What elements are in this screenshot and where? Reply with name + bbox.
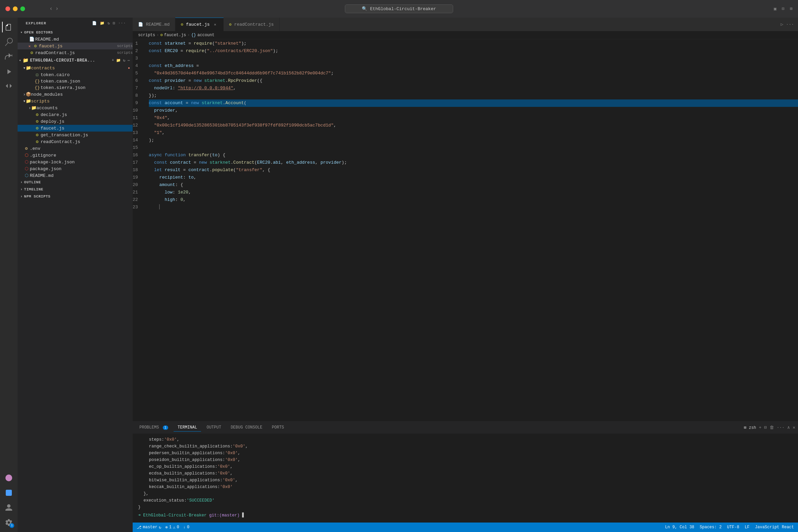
- tab-debug-console[interactable]: DEBUG CONSOLE: [227, 424, 267, 432]
- open-editor-readcontract[interactable]: ⚙ readContract.js scripts: [18, 50, 133, 56]
- readcontract-file[interactable]: ⚙ readContract.js: [18, 138, 133, 145]
- breadcrumb-faucet[interactable]: faucet.js: [164, 33, 186, 38]
- breadcrumb-scripts[interactable]: scripts: [138, 33, 155, 38]
- refresh-icon[interactable]: ↻: [108, 21, 110, 25]
- maximize-button[interactable]: [20, 6, 25, 11]
- line-col-text: Ln 9, Col 38: [665, 525, 694, 530]
- close-faucet-icon[interactable]: ✕: [29, 44, 31, 49]
- status-spaces[interactable]: Spaces: 2: [700, 525, 722, 530]
- breadcrumb-account[interactable]: account: [197, 33, 214, 38]
- back-arrow[interactable]: ‹: [50, 6, 53, 12]
- split-terminal-icon[interactable]: ⊟: [764, 425, 767, 430]
- token-casm-file[interactable]: {} token.casm.json: [18, 78, 133, 84]
- activity-account[interactable]: [2, 501, 16, 514]
- readme-root-file[interactable]: ⬡ README.md: [18, 172, 133, 179]
- tab-readme[interactable]: 📄 README.md: [133, 18, 175, 31]
- more-project-icon[interactable]: ⋯: [128, 58, 130, 62]
- code-line-19: recipient: to,: [149, 174, 798, 181]
- term-key-keccak: keccak_builtin_applications:: [138, 483, 220, 490]
- open-editor-readme[interactable]: 📄 README.md: [18, 36, 133, 43]
- forward-arrow[interactable]: ›: [56, 6, 59, 12]
- activity-ai[interactable]: [2, 471, 16, 484]
- gitignore-file[interactable]: ⬡ .gitignore: [18, 152, 133, 159]
- new-file-project-icon[interactable]: +: [112, 58, 114, 62]
- more-tab-icon[interactable]: ···: [786, 22, 794, 27]
- open-editor-faucet[interactable]: ✕ ⚙ faucet.js scripts: [18, 43, 133, 50]
- node-modules-folder[interactable]: › 📦 node_modules: [18, 91, 133, 98]
- contracts-folder[interactable]: ▾ 📁 contracts ●: [18, 64, 133, 71]
- activity-run[interactable]: [2, 65, 16, 78]
- token-sierra-label: token.sierra.json: [41, 85, 133, 90]
- close-panel-icon[interactable]: ✕: [793, 425, 795, 430]
- tab-readcontract[interactable]: ⚙ readContract.js: [224, 18, 280, 31]
- status-line-col[interactable]: Ln 9, Col 38: [665, 525, 694, 530]
- code-line-6: const provider = new starknet.RpcProvide…: [149, 77, 798, 84]
- tab-faucet-close[interactable]: ✕: [212, 22, 218, 27]
- activity-explorer[interactable]: [2, 20, 16, 34]
- token-cairo-file[interactable]: ◻ token.cairo: [18, 71, 133, 78]
- trash-terminal-icon[interactable]: 🗑: [769, 425, 774, 430]
- status-line-ending[interactable]: LF: [744, 525, 749, 530]
- package-lock-file[interactable]: ⬡ package-lock.json: [18, 159, 133, 165]
- status-language[interactable]: JavaScript React: [755, 525, 794, 530]
- faucet-file[interactable]: ⚙ faucet.js: [18, 125, 133, 132]
- tab-output[interactable]: OUTPUT: [202, 424, 225, 432]
- new-folder-icon[interactable]: 📁: [100, 21, 105, 25]
- expand-panel-icon[interactable]: ∧: [787, 425, 790, 430]
- get-transaction-file[interactable]: ⚙ get_transaction.js: [18, 132, 133, 138]
- timeline-header[interactable]: › TIMELINE: [18, 186, 133, 193]
- terminal-content[interactable]: steps: '0x0', range_check_builtin_applic…: [133, 434, 798, 522]
- run-icon[interactable]: ▷: [781, 22, 783, 27]
- status-remote[interactable]: ↓ 0: [183, 525, 189, 530]
- more-icon[interactable]: ···: [118, 21, 126, 25]
- tab-terminal[interactable]: TERMINAL: [173, 424, 201, 432]
- status-errors[interactable]: ⊗ 1 ⚠ 0: [165, 525, 179, 530]
- tab-problems[interactable]: PROBLEMS 1: [135, 424, 172, 432]
- tab-ports[interactable]: PORTS: [268, 424, 288, 432]
- minimize-button[interactable]: [13, 6, 18, 11]
- env-icon: ⚙: [23, 146, 30, 151]
- scripts-folder[interactable]: ▾ 📁 scripts: [18, 98, 133, 104]
- outline-header[interactable]: › OUTLINE: [18, 179, 133, 186]
- term-val-execution: 'SUCCEEDED': [187, 497, 215, 504]
- accounts-folder-icon: 📁: [31, 105, 37, 111]
- svg-point-0: [5, 475, 12, 481]
- term-key-close: },: [138, 490, 149, 497]
- activity-codegpt[interactable]: [2, 486, 16, 499]
- term-line-ec-op: ec_op_builtin_applications: '0x0',: [138, 463, 793, 470]
- package-lock-label: package-lock.json: [30, 159, 133, 165]
- package-json-file[interactable]: ⬡ package.json: [18, 165, 133, 172]
- activity-git[interactable]: [2, 50, 16, 63]
- new-file-icon[interactable]: 📄: [92, 21, 97, 25]
- token-sierra-file[interactable]: {} token.sierra.json: [18, 84, 133, 91]
- collapse-icon[interactable]: ⊟: [113, 21, 116, 25]
- readme-root-label: README.md: [30, 173, 133, 178]
- status-encoding[interactable]: UTF-8: [727, 525, 739, 530]
- chevron-down-icon: ▾: [20, 30, 23, 35]
- tab-faucet[interactable]: ⚙ faucet.js ✕: [175, 18, 223, 31]
- token-cairo-label: token.cairo: [41, 72, 133, 77]
- activity-extensions[interactable]: [2, 80, 16, 93]
- title-search[interactable]: 🔍 EthGlobal-Circuit-Breaker: [345, 4, 453, 13]
- layout-icon-1[interactable]: ▣: [774, 6, 777, 12]
- new-folder-project-icon[interactable]: 📁: [116, 58, 121, 62]
- activity-search[interactable]: [2, 35, 16, 49]
- status-branch[interactable]: ⎇ master ↻: [137, 525, 161, 530]
- close-button[interactable]: [5, 6, 10, 11]
- activity-settings[interactable]: 1: [2, 516, 16, 529]
- layout-icon-2[interactable]: ⊟: [782, 6, 784, 12]
- deploy-file[interactable]: ⚙ deploy.js: [18, 118, 133, 125]
- project-header[interactable]: ▾ 📁 ETHGLOBAL-CIRCUIT-BREA... + 📁 ↻ ⋯: [18, 56, 133, 64]
- code-area[interactable]: const starknet = require("starknet"); co…: [144, 39, 798, 421]
- env-file[interactable]: ⚙ .env: [18, 145, 133, 152]
- term-line-ecdsa: ecdsa_builtin_applications: '0x0',: [138, 470, 793, 477]
- npm-scripts-header[interactable]: › NPM SCRIPTS: [18, 193, 133, 200]
- declare-file[interactable]: ⚙ declare.js: [18, 111, 133, 118]
- open-editors-header[interactable]: ▾ OPEN EDITORS: [18, 29, 133, 36]
- term-punc-ecdsa: ,: [230, 470, 233, 477]
- accounts-subfolder[interactable]: › 📁 accounts: [18, 104, 133, 111]
- layout-icon-3[interactable]: ⊞: [790, 6, 793, 12]
- add-terminal-icon[interactable]: +: [759, 425, 761, 430]
- refresh-project-icon[interactable]: ↻: [123, 58, 126, 62]
- more-terminal-icon[interactable]: ···: [777, 425, 784, 430]
